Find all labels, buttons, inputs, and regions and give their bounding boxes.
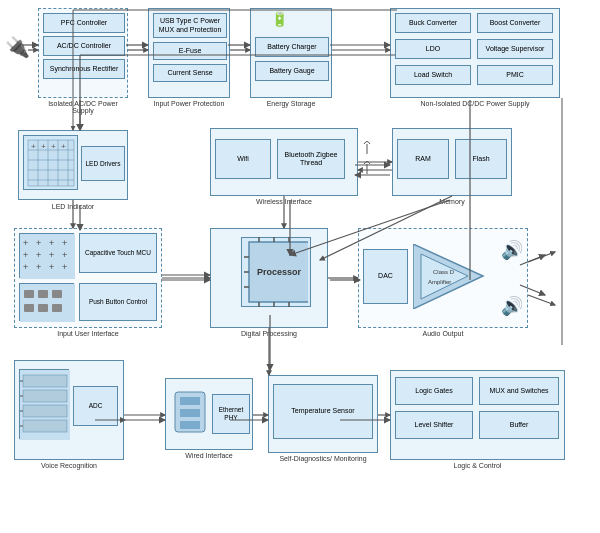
level-shifter-block: Level Shifter xyxy=(395,411,473,439)
input-power-label: Input Power Protection xyxy=(148,100,230,107)
svg-text:+: + xyxy=(62,250,67,260)
input-ui-group: + + + + + + + + + + + + Capacitive Touch… xyxy=(14,228,162,328)
boost-block: Boost Converter xyxy=(477,13,553,33)
processor-block: Processor xyxy=(241,237,311,307)
wireless-label: Wireless Interface xyxy=(210,198,358,205)
ldo-block: LDO xyxy=(395,39,471,59)
efuse-block: E-Fuse xyxy=(153,42,227,60)
svg-rect-76 xyxy=(23,390,67,402)
self-diag-group: Temperature Sensor xyxy=(268,375,378,453)
logic-label: Logic & Control xyxy=(390,462,565,469)
led-drivers-block: LED Drivers xyxy=(81,146,125,181)
svg-rect-52 xyxy=(52,290,62,298)
pfc-block: PFC Controller xyxy=(43,13,125,33)
svg-text:+: + xyxy=(31,142,36,151)
svg-text:+: + xyxy=(36,238,41,248)
svg-rect-78 xyxy=(23,420,67,432)
energy-storage-group: 🔋 Battery Charger Battery Gauge xyxy=(250,8,332,98)
svg-rect-51 xyxy=(38,290,48,298)
ethernet-phy-block: Ethernet PHY xyxy=(212,394,250,434)
svg-rect-85 xyxy=(180,409,200,417)
flash-block: Flash xyxy=(455,139,507,179)
svg-text:+: + xyxy=(23,238,28,248)
svg-text:+: + xyxy=(36,262,41,272)
memory-label: Memory xyxy=(392,198,512,205)
mux-switches-block: MUX and Switches xyxy=(479,377,559,405)
led-label: LED Indicator xyxy=(18,203,128,210)
adc-block: ADC xyxy=(73,386,118,426)
audio-label: Audio Output xyxy=(358,330,528,337)
svg-rect-50 xyxy=(24,290,34,298)
buck-block: Buck Converter xyxy=(395,13,471,33)
svg-text:+: + xyxy=(62,238,67,248)
wired-label: Wired Interface xyxy=(165,452,253,459)
non-isolated-group: Buck Converter Boost Converter LDO Volta… xyxy=(390,8,560,98)
temp-sensor-block: Temperature Sensor xyxy=(273,384,373,439)
svg-line-107 xyxy=(528,295,555,305)
svg-text:+: + xyxy=(41,142,46,151)
wired-group: Ethernet PHY xyxy=(165,378,253,450)
input-ui-label: Input User Interface xyxy=(14,330,162,337)
current-sense-block: Current Sense xyxy=(153,64,227,82)
svg-text:Class D: Class D xyxy=(433,269,455,275)
usb-mux-block: USB Type C Power MUX and Protection xyxy=(153,13,227,38)
logic-group: Logic Gates MUX and Switches Level Shift… xyxy=(390,370,565,460)
svg-rect-49 xyxy=(20,284,75,322)
isolated-label: Isolated AC/DC Power Supply xyxy=(38,100,128,114)
svg-text:+: + xyxy=(62,262,67,272)
logic-gates-block: Logic Gates xyxy=(395,377,473,405)
battery-charger-block: Battery Charger xyxy=(255,37,329,57)
svg-text:+: + xyxy=(23,262,28,272)
svg-rect-84 xyxy=(180,397,200,405)
svg-rect-75 xyxy=(23,375,67,387)
battery-gauge-block: Battery Gauge xyxy=(255,61,329,81)
voice-label: Voice Recognition xyxy=(14,462,124,469)
self-diag-label: Self-Diagnostics/ Monitoring xyxy=(268,455,378,462)
svg-text:+: + xyxy=(49,238,54,248)
svg-rect-86 xyxy=(180,421,200,429)
non-isolated-label: Non-Isolated DC/DC Power Supply xyxy=(390,100,560,107)
sync-rect-block: Synchronous Rectifier xyxy=(43,59,125,79)
memory-group: RAM Flash xyxy=(392,128,512,196)
svg-text:+: + xyxy=(49,250,54,260)
acdc-block: AC/DC Controller xyxy=(43,36,125,56)
audio-output-group: DAC Class D Amplifier 🔊 🔊 xyxy=(358,228,528,328)
led-group: + + + + LED Drivers xyxy=(18,130,128,200)
buffer-block: Buffer xyxy=(479,411,559,439)
voice-group: ADC xyxy=(14,360,124,460)
isolated-group: PFC Controller AC/DC Controller Synchron… xyxy=(38,8,128,98)
digital-processing-label: Digital Processing xyxy=(210,330,328,337)
input-power-group: USB Type C Power MUX and Protection E-Fu… xyxy=(148,8,230,98)
svg-rect-53 xyxy=(24,304,34,312)
voltage-sup-block: Voltage Supervisor xyxy=(477,39,553,59)
svg-text:+: + xyxy=(36,250,41,260)
block-diagram: 🔌 PFC Controller AC/DC Controller Synchr… xyxy=(0,0,600,533)
pmic-block: PMIC xyxy=(477,65,553,85)
wireless-group: Wifi Bluetooth Zigbee Thread xyxy=(210,128,358,196)
svg-text:Processor: Processor xyxy=(257,267,302,277)
ram-block: RAM xyxy=(397,139,449,179)
svg-rect-77 xyxy=(23,405,67,417)
power-plug-icon: 🔌 xyxy=(5,35,30,59)
svg-rect-54 xyxy=(38,304,48,312)
svg-text:+: + xyxy=(49,262,54,272)
bt-zigbee-block: Bluetooth Zigbee Thread xyxy=(277,139,345,179)
svg-rect-55 xyxy=(52,304,62,312)
load-switch-block: Load Switch xyxy=(395,65,471,85)
dac-block: DAC xyxy=(363,249,408,304)
digital-processing-group: Processor xyxy=(210,228,328,328)
cap-touch-block: Capacitive Touch MCU xyxy=(79,233,157,273)
wifi-block: Wifi xyxy=(215,139,271,179)
svg-text:+: + xyxy=(51,142,56,151)
svg-text:Amplifier: Amplifier xyxy=(428,279,451,285)
push-button-block: Push Button Control xyxy=(79,283,157,321)
svg-text:+: + xyxy=(61,142,66,151)
svg-text:+: + xyxy=(23,250,28,260)
energy-storage-label: Energy Storage xyxy=(250,100,332,107)
svg-line-106 xyxy=(528,252,555,262)
